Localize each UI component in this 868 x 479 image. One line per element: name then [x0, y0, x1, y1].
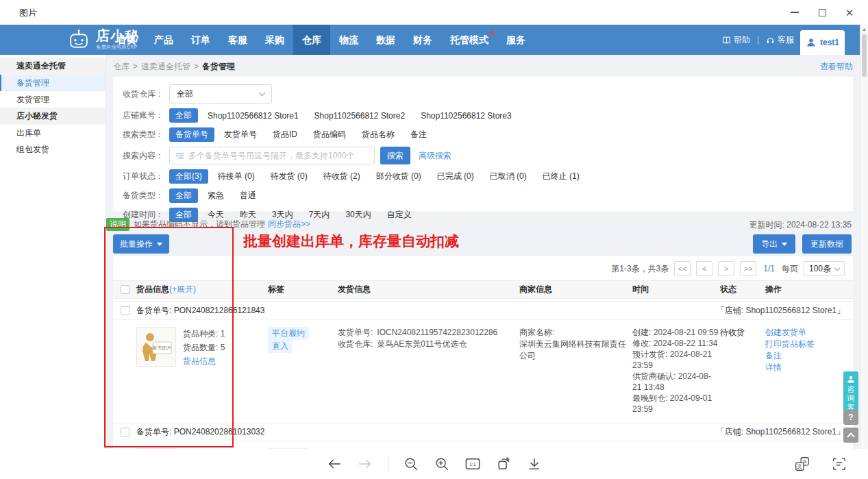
- search-type-stock-order-no[interactable]: 备货单号: [169, 127, 214, 142]
- nav-item-finance[interactable]: 财务: [404, 25, 441, 55]
- table-panel: 第1-3条，共3条 << < > >> 1/1 每页 100条 货品信息(+展开…: [113, 256, 853, 449]
- search-type-product-name[interactable]: 货品名称: [356, 127, 401, 142]
- nav-right-cluster: 帮助 | 客服: [722, 25, 794, 55]
- advanced-search-link[interactable]: 高级搜索: [419, 150, 451, 162]
- rotate-icon[interactable]: [495, 456, 512, 472]
- tag-direct-entry: 直入: [268, 340, 293, 353]
- row-checkbox[interactable]: [121, 428, 129, 437]
- nav-item-home[interactable]: 首页: [108, 25, 145, 55]
- stock-type-normal[interactable]: 普通: [234, 188, 262, 203]
- row-checkbox[interactable]: [121, 306, 129, 315]
- help-link[interactable]: 帮助: [722, 34, 750, 46]
- header-tag: 标签: [268, 284, 338, 295]
- search-type-ship-order-no[interactable]: 发货单号: [218, 127, 263, 142]
- actual-size-button[interactable]: 1:1: [464, 456, 481, 472]
- product-info-link[interactable]: 货品信息: [183, 356, 225, 367]
- scrollbar-thumb[interactable]: [862, 34, 867, 77]
- last-page-button[interactable]: >>: [740, 261, 756, 276]
- image-viewer-toolbar: 1:1 A文: [0, 449, 868, 479]
- shop-option-all[interactable]: 全部: [169, 108, 198, 123]
- status-all[interactable]: 全部(3): [169, 169, 208, 184]
- search-button[interactable]: 搜索: [380, 147, 410, 164]
- zoom-out-icon[interactable]: [403, 456, 419, 472]
- search-input[interactable]: [188, 151, 369, 160]
- status-cancelled[interactable]: 已取消 (0): [484, 169, 533, 184]
- status-pending-ship[interactable]: 待发货 (0): [264, 169, 314, 184]
- zoom-in-icon[interactable]: [434, 456, 450, 472]
- top-navbar: 店小秘 免费跨境电商ERP 首页 产品 订单 客服 采购 仓库 物流 数据 财务…: [0, 25, 860, 55]
- search-content-label: 搜索内容：: [123, 150, 169, 162]
- nav-item-managed-mode[interactable]: 托管模式: [441, 25, 497, 55]
- status-completed[interactable]: 已完成 (0): [431, 169, 480, 184]
- batch-operations-button[interactable]: 批量操作: [113, 234, 169, 254]
- nav-item-data[interactable]: 数据: [367, 25, 404, 55]
- status-partial-receive[interactable]: 部分收货 (0): [370, 169, 427, 184]
- sidebar-item-package-shipping[interactable]: 组包发货: [0, 141, 106, 158]
- nav-item-logistics[interactable]: 物流: [330, 25, 367, 55]
- search-type-remark[interactable]: 备注: [404, 127, 433, 142]
- breadcrumb-warehouse[interactable]: 仓库: [113, 61, 129, 73]
- customer-service-link[interactable]: 客服: [766, 34, 794, 46]
- prev-page-button[interactable]: <: [696, 261, 712, 276]
- vertical-scrollbar[interactable]: ▲: [860, 25, 868, 449]
- search-type-product-code[interactable]: 货品编码: [307, 127, 352, 142]
- user-account-tab[interactable]: test1: [800, 30, 845, 55]
- note-badge: 说明: [106, 218, 129, 231]
- translate-icon[interactable]: A文: [794, 456, 810, 472]
- breadcrumb-aliexpress-managed[interactable]: 速卖通全托管: [141, 61, 190, 73]
- view-help-link[interactable]: 查看帮助: [820, 61, 853, 73]
- book-icon: [722, 36, 731, 45]
- sidebar-group-dianxiaomi-shipping: 店小秘发货: [0, 108, 106, 125]
- forward-button[interactable]: [357, 456, 373, 472]
- status-terminated[interactable]: 已终止 (1): [536, 169, 586, 184]
- per-page-select[interactable]: 100条: [804, 261, 845, 276]
- content-area: 仓库 > 速卖通全托管 > 备货管理 查看帮助 收货仓库： 全部 店铺账号：: [106, 55, 860, 449]
- details-link[interactable]: 详情: [765, 362, 853, 373]
- nav-item-warehouse[interactable]: 仓库: [293, 25, 330, 55]
- order-group-header: 备货单号: PON2408202861013032 「店铺: Shop11025…: [113, 423, 853, 441]
- minimize-button[interactable]: [786, 4, 804, 21]
- chevron-down-icon: [782, 243, 787, 246]
- shop-option-store1[interactable]: Shop1102566812 Store1: [201, 110, 305, 122]
- shop-option-store3[interactable]: Shop1102566812 Store3: [414, 110, 518, 122]
- stock-type-all[interactable]: 全部: [169, 188, 198, 203]
- toolbar-row: 批量操作 导出 更新数据: [113, 234, 853, 254]
- expand-toggle[interactable]: (+展开): [169, 284, 196, 294]
- warehouse-select-value: 全部: [177, 88, 260, 100]
- shop-option-store2[interactable]: Shop1102566812 Store2: [308, 110, 412, 122]
- nav-item-services[interactable]: 服务: [497, 25, 534, 55]
- nav-item-orders[interactable]: 订单: [182, 25, 219, 55]
- extract-text-icon[interactable]: [831, 456, 847, 472]
- filter-panel: 收货仓库： 全部 店铺账号： 全部 Shop1102566812 Store1 …: [113, 77, 853, 211]
- help-float-button[interactable]: ?: [843, 410, 858, 425]
- back-to-top-button[interactable]: [843, 428, 858, 443]
- order-status-label: 订单状态：: [123, 171, 169, 182]
- sync-products-link[interactable]: 同步货品>>: [268, 219, 310, 230]
- sidebar-item-shipping-management[interactable]: 发货管理: [0, 91, 106, 108]
- search-type-product-id[interactable]: 货品ID: [266, 127, 303, 142]
- status-pending-receive[interactable]: 待收货 (2): [317, 169, 367, 184]
- scroll-up-arrow-icon[interactable]: ▲: [860, 25, 868, 32]
- stock-type-urgent[interactable]: 紧急: [201, 188, 230, 203]
- sidebar: 速卖通全托管 备货管理 发货管理 店小秘发货 出库单 组包发货: [0, 55, 106, 449]
- refresh-data-button[interactable]: 更新数据: [802, 234, 852, 254]
- warehouse-select[interactable]: 全部: [169, 84, 272, 103]
- status-pending-accept[interactable]: 待接单 (0): [212, 169, 261, 184]
- download-icon[interactable]: [526, 456, 543, 472]
- close-button[interactable]: ✕: [841, 4, 858, 21]
- nav-item-customer-service[interactable]: 客服: [219, 25, 256, 55]
- sidebar-item-outbound-orders[interactable]: 出库单: [0, 125, 106, 141]
- create-ship-order-link[interactable]: 创建发货单: [765, 327, 853, 339]
- nav-item-purchase[interactable]: 采购: [256, 25, 293, 55]
- next-page-button[interactable]: >: [718, 261, 734, 276]
- nav-item-products[interactable]: 产品: [145, 25, 182, 55]
- maximize-button[interactable]: [813, 4, 831, 21]
- select-all-checkbox[interactable]: [121, 285, 129, 294]
- sidebar-item-stock-management[interactable]: 备货管理: [0, 75, 106, 91]
- first-page-button[interactable]: <<: [674, 261, 691, 276]
- remark-link[interactable]: 备注: [765, 350, 853, 362]
- print-product-label-link[interactable]: 打印货品标签: [765, 339, 853, 350]
- export-button[interactable]: 导出: [753, 234, 795, 254]
- consult-person-icon: [846, 375, 856, 384]
- back-button[interactable]: [326, 456, 343, 472]
